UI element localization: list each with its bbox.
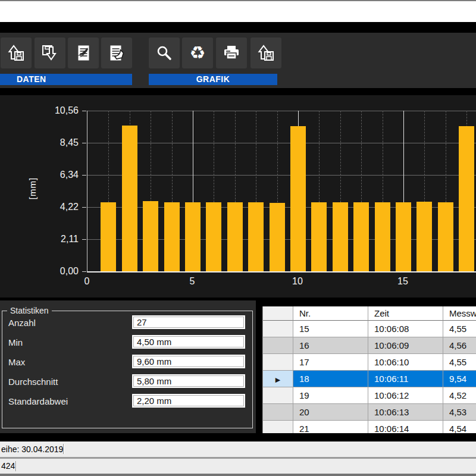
chart-bar (311, 202, 327, 271)
load-data-button[interactable] (1, 37, 32, 68)
chart-bar (396, 202, 411, 271)
export-document-button[interactable] (68, 37, 99, 68)
table-row[interactable]: 2110:06:144,54 (263, 421, 476, 433)
standardabwei-field[interactable] (132, 394, 245, 408)
chart-y-axis: 0,002,114,226,348,4510,56 (0, 95, 87, 256)
h-gridline (87, 175, 476, 176)
status-counter: 424 (1, 459, 15, 474)
cell-messwert[interactable]: 4,55 (443, 354, 476, 371)
x-tick-label: 5 (190, 276, 195, 287)
row-selector-cell[interactable]: ▶ (263, 371, 293, 387)
row-selector-cell[interactable] (263, 404, 293, 421)
document-swoosh-icon (74, 43, 93, 62)
cell-zeit[interactable]: 10:06:11 (368, 371, 443, 387)
min-field[interactable] (132, 335, 245, 349)
floppy-up-arrow-icon (7, 43, 26, 62)
refresh-button[interactable]: ♻ (182, 37, 213, 68)
cell-zeit[interactable]: 10:06:13 (368, 404, 443, 421)
save-data-button[interactable] (35, 37, 65, 68)
cell-nr[interactable]: 15 (293, 321, 368, 337)
cell-messwert[interactable]: 4,52 (443, 387, 476, 404)
print-button[interactable] (216, 37, 247, 68)
window-title-band (0, 1, 476, 22)
grid-column-header[interactable]: Messwert (443, 306, 476, 321)
status-divider (15, 461, 16, 471)
table-row[interactable]: 1510:06:084,55 (263, 321, 476, 337)
cell-messwert[interactable]: 9,54 (443, 371, 476, 387)
cell-messwert[interactable]: 4,54 (443, 421, 476, 433)
chart-bar (122, 126, 137, 271)
toolbar: ♻ DATEN GRAFIK (0, 33, 476, 88)
y-tick-mark (82, 207, 86, 208)
chart-bar (375, 202, 390, 271)
chart-bar (143, 201, 158, 271)
cell-zeit[interactable]: 10:06:12 (368, 387, 443, 404)
divider-strip (0, 88, 476, 95)
grid-selector-header[interactable] (263, 306, 293, 321)
table-row[interactable]: 1710:06:104,55 (263, 354, 476, 371)
y-tick-label: 4,22 (60, 202, 79, 212)
chart-bar (206, 202, 221, 271)
document-forward-arrow-icon (107, 43, 126, 62)
cell-nr[interactable]: 19 (293, 387, 368, 404)
cell-messwert[interactable]: 4,53 (443, 404, 476, 421)
table-row[interactable]: ▶1810:06:119,54 (263, 371, 476, 387)
magnifier-icon (155, 43, 174, 62)
min-label: Min (8, 337, 23, 347)
recycle-icon: ♻ (190, 44, 206, 62)
y-tick-mark (82, 175, 86, 176)
grid-column-header[interactable]: Nr. (293, 306, 368, 321)
row-selector-cell[interactable] (263, 321, 293, 337)
cell-nr[interactable]: 20 (293, 404, 368, 421)
statistics-panel: Statistiken Anzahl Min Max Durchschnitt … (0, 300, 256, 433)
divider-strip (0, 22, 476, 33)
x-tick-label: 0 (84, 276, 90, 287)
statistics-groupbox-title: Statistiken (7, 306, 52, 315)
chart-bar (333, 202, 348, 271)
cell-zeit[interactable]: 10:06:14 (368, 421, 443, 433)
status-bar-1: eihe: 30.04.2019 (0, 441, 476, 457)
cell-nr[interactable]: 16 (293, 337, 368, 354)
durchschnitt-field[interactable] (132, 374, 245, 388)
cell-zeit[interactable]: 10:06:09 (368, 337, 443, 354)
cell-nr[interactable]: 21 (293, 421, 368, 433)
row-selector-cell[interactable] (263, 354, 293, 371)
report-document-button[interactable] (101, 37, 132, 68)
table-row[interactable]: 1910:06:124,52 (263, 387, 476, 404)
row-selector-cell[interactable] (263, 421, 293, 433)
row-selector-cell[interactable] (263, 337, 293, 354)
bottom-section: Statistiken Anzahl Min Max Durchschnitt … (0, 298, 476, 433)
chart-y-axis-title: [mm] (27, 167, 37, 210)
cell-nr[interactable]: 18 (293, 371, 368, 387)
chart-bar (101, 202, 116, 271)
cell-messwert[interactable]: 4,55 (443, 321, 476, 337)
max-field[interactable] (132, 355, 245, 368)
grid-column-header[interactable]: Zeit (368, 306, 443, 321)
save-graphic-button[interactable] (250, 37, 281, 68)
chart-bar (248, 202, 264, 271)
y-tick-mark (82, 143, 86, 143)
y-tick-label: 2,11 (61, 234, 79, 245)
current-row-arrow-icon: ▶ (275, 376, 280, 383)
y-tick-mark (82, 111, 86, 111)
table-row[interactable]: 1610:06:094,56 (263, 337, 476, 354)
max-label: Max (8, 357, 25, 367)
printer-icon (222, 43, 241, 62)
toolbar-group-daten: DATEN (0, 74, 132, 85)
cell-zeit[interactable]: 10:06:10 (368, 354, 443, 371)
zoom-button[interactable] (149, 37, 180, 68)
table-row[interactable]: 2010:06:134,53 (263, 404, 476, 421)
chart-bar (227, 202, 243, 271)
chart-bar (185, 202, 201, 271)
h-gridline (87, 111, 476, 111)
statistics-groupbox: Statistiken Anzahl Min Max Durchschnitt … (2, 311, 253, 428)
y-tick-label: 6,34 (60, 170, 79, 180)
cell-messwert[interactable]: 4,56 (443, 337, 476, 354)
chart-bar (459, 126, 474, 271)
toolbar-group-grafik: GRAFIK (149, 74, 277, 85)
row-selector-cell[interactable] (263, 387, 293, 404)
cell-nr[interactable]: 17 (293, 354, 368, 371)
measurement-table[interactable]: Nr.ZeitMesswert1510:06:084,551610:06:094… (262, 306, 476, 433)
anzahl-field[interactable] (132, 315, 245, 329)
cell-zeit[interactable]: 10:06:08 (368, 321, 443, 337)
